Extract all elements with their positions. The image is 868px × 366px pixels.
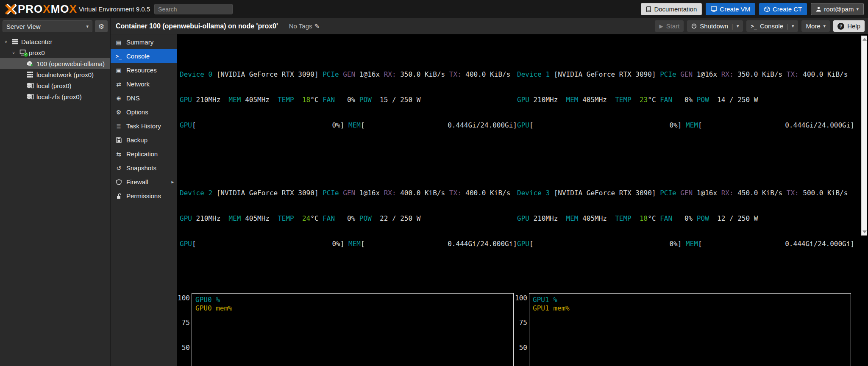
network-arrows-icon: ⇄ bbox=[115, 81, 122, 88]
menu-item-summary[interactable]: ▤ Summary bbox=[111, 35, 177, 49]
nvtop-output: Device 0 [NVIDIA GeForce RTX 3090] PCIe … bbox=[180, 36, 854, 366]
menu-item-task-history[interactable]: ≣ Task History bbox=[111, 119, 177, 133]
content-toolbar: Container 100 (openwebui-ollama) on node… bbox=[111, 18, 868, 34]
gear-icon: ⚙ bbox=[98, 22, 104, 30]
question-icon: ? bbox=[837, 23, 844, 30]
menu-item-resources[interactable]: ▣ Resources bbox=[111, 63, 177, 77]
submenu-arrow-icon: ▸ bbox=[171, 179, 174, 185]
menu-item-permissions[interactable]: Permissions bbox=[111, 189, 177, 203]
menu-item-replication[interactable]: ⇆ Replication bbox=[111, 147, 177, 161]
menu-item-options[interactable]: ⚙ Options bbox=[111, 105, 177, 119]
monitor-icon bbox=[711, 6, 717, 12]
gpu-device-header-row: Device 0 [NVIDIA GeForce RTX 3090] PCIe … bbox=[180, 70, 854, 79]
gpu-clock-row: GPU 210MHz MEM 405MHz TEMP 24°C FAN 0% P… bbox=[180, 214, 854, 223]
console-screen[interactable]: Device 0 [NVIDIA GeForce RTX 3090] PCIe … bbox=[177, 34, 868, 366]
gpu1-utilization-chart: GPU1 %GPU1 mem% 38s28s19s9s0s bbox=[529, 293, 851, 366]
page-title: Container 100 (openwebui-ollama) on node… bbox=[116, 22, 278, 30]
user-icon bbox=[816, 6, 821, 12]
summary-icon: ▤ bbox=[115, 39, 122, 46]
top-bar: PROXMOX Virtual Environment 9.0.5 Docume… bbox=[0, 0, 868, 18]
shield-icon bbox=[115, 179, 122, 185]
list-icon: ≣ bbox=[115, 123, 122, 130]
create-ct-button[interactable]: Create CT bbox=[759, 3, 807, 15]
history-icon: ↺ bbox=[115, 165, 122, 172]
proxmox-x-icon bbox=[4, 4, 17, 15]
gear-icon: ⚙ bbox=[115, 109, 122, 116]
help-button[interactable]: ? Help bbox=[833, 20, 865, 32]
container-icon bbox=[26, 61, 34, 67]
floppy-icon bbox=[115, 137, 122, 143]
chevron-down-icon: ▾ bbox=[823, 23, 826, 29]
resource-tree-sidebar: Server View ▾ ⚙ ∨ Datacenter ∨ ✓ prox0 bbox=[0, 18, 111, 366]
console-button[interactable]: >_ Console | ▾ bbox=[746, 20, 798, 32]
gpu-clock-row: GPU 210MHz MEM 405MHz TEMP 18°C FAN 0% P… bbox=[180, 96, 854, 104]
tree-item-node-prox0[interactable]: ∨ ✓ prox0 bbox=[0, 47, 110, 58]
play-icon: ▶ bbox=[659, 23, 663, 29]
chevron-down-icon: ▾ bbox=[86, 24, 89, 29]
start-button[interactable]: ▶ Start bbox=[655, 20, 684, 32]
scroll-down-icon[interactable] bbox=[862, 230, 867, 233]
edit-tags-icon[interactable]: ✎ bbox=[314, 22, 320, 30]
chevron-down-icon[interactable]: ▾ bbox=[737, 23, 739, 29]
network-grid-icon bbox=[26, 72, 34, 78]
tree-item-ct-100[interactable]: 100 (openwebui-ollama) bbox=[0, 58, 110, 69]
menu-item-firewall[interactable]: Firewall ▸ bbox=[111, 175, 177, 189]
gpu-graphs-grid: 1007550250 GPU0 %GPU0 mem% 38s28s19s9s0s… bbox=[180, 293, 854, 366]
tree-item-datacenter[interactable]: ∨ Datacenter bbox=[0, 36, 110, 47]
more-button[interactable]: More ▾ bbox=[801, 20, 830, 32]
scroll-up-icon[interactable] bbox=[862, 38, 867, 41]
gpu1-y-axis: 1007550250 bbox=[514, 293, 529, 366]
create-vm-button[interactable]: Create VM bbox=[706, 3, 755, 15]
brand-text: PROXMOX bbox=[18, 3, 77, 16]
documentation-button[interactable]: Documentation bbox=[641, 3, 702, 15]
tags-area: No Tags ✎ bbox=[289, 22, 320, 30]
storage-icon bbox=[26, 94, 34, 100]
chevron-down-icon[interactable]: ▾ bbox=[792, 23, 794, 29]
gpu-usage-bar-row: GPU[0%] MEM[0.444Gi/24.000Gi] GPU[0%] ME… bbox=[180, 121, 854, 130]
globe-icon: ⊕ bbox=[115, 95, 122, 102]
cube-icon bbox=[764, 6, 770, 12]
power-icon bbox=[691, 23, 697, 29]
terminal-icon: >_ bbox=[751, 23, 757, 29]
global-search bbox=[154, 4, 233, 14]
gpu0-utilization-chart: GPU0 %GPU0 mem% 38s28s19s9s0s bbox=[192, 293, 514, 366]
status-ok-badge: ✓ bbox=[24, 53, 28, 57]
proxmox-logo: PROXMOX Virtual Environment 9.0.5 bbox=[4, 3, 150, 16]
storage-icon bbox=[26, 83, 34, 89]
datacenter-icon bbox=[11, 39, 19, 44]
legend-gpu-percent: GPU0 % bbox=[195, 296, 232, 304]
menu-item-snapshots[interactable]: ↺ Snapshots bbox=[111, 161, 177, 175]
resource-tree: ∨ Datacenter ∨ ✓ prox0 100 (openwebui-ol… bbox=[0, 34, 110, 102]
replication-arrows-icon: ⇆ bbox=[115, 151, 122, 158]
user-menu-button[interactable]: root@pam ▾ bbox=[811, 3, 864, 15]
chevron-down-icon: ▾ bbox=[856, 6, 859, 12]
tree-item-localnetwork[interactable]: localnetwork (prox0) bbox=[0, 69, 110, 80]
menu-item-network[interactable]: ⇄ Network bbox=[111, 77, 177, 91]
gpu-usage-bar-row: GPU[0%] MEM[0.444Gi/24.000Gi] GPU[0%] ME… bbox=[180, 240, 854, 248]
product-version: Virtual Environment 9.0.5 bbox=[79, 6, 150, 13]
shutdown-button[interactable]: Shutdown | ▾ bbox=[687, 20, 743, 32]
console-scrollbar[interactable] bbox=[861, 36, 867, 236]
tree-expander-icon[interactable]: ∨ bbox=[3, 39, 8, 44]
gpu-device-header-row: Device 2 [NVIDIA GeForce RTX 3090] PCIe … bbox=[180, 189, 854, 197]
terminal-icon: >_ bbox=[115, 53, 122, 59]
tree-settings-button[interactable]: ⚙ bbox=[95, 20, 108, 32]
search-input[interactable] bbox=[154, 4, 233, 14]
gpu0-y-axis: 1007550250 bbox=[180, 293, 192, 366]
ct-section-menu: ▤ Summary >_ Console ▣ Resources ⇄ Netwo… bbox=[111, 34, 177, 366]
tags-label: No Tags bbox=[289, 22, 312, 30]
legend-gpu-percent: GPU1 % bbox=[533, 296, 570, 304]
cube-icon: ▣ bbox=[115, 67, 122, 74]
legend-gpu-mem: GPU0 mem% bbox=[195, 304, 232, 313]
view-mode-select[interactable]: Server View ▾ bbox=[3, 20, 92, 32]
unlock-icon bbox=[115, 193, 122, 199]
legend-gpu-mem: GPU1 mem% bbox=[533, 304, 570, 313]
menu-item-backup[interactable]: Backup bbox=[111, 133, 177, 147]
book-icon bbox=[646, 6, 651, 12]
tree-expander-icon[interactable]: ∨ bbox=[11, 50, 16, 55]
menu-item-console[interactable]: >_ Console bbox=[111, 49, 177, 63]
menu-item-dns[interactable]: ⊕ DNS bbox=[111, 91, 177, 105]
node-icon: ✓ bbox=[19, 50, 26, 55]
tree-item-storage-local[interactable]: local (prox0) bbox=[0, 80, 110, 91]
tree-item-storage-local-zfs[interactable]: local-zfs (prox0) bbox=[0, 91, 110, 102]
